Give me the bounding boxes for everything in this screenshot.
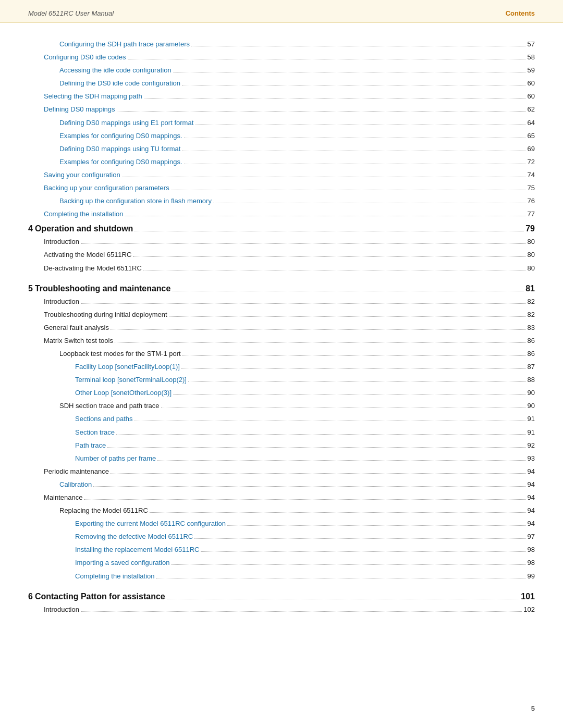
toc-dots bbox=[182, 151, 525, 151]
toc-page: 102 bbox=[523, 604, 535, 615]
toc-page: 69 bbox=[528, 143, 535, 155]
toc-link[interactable]: Path trace bbox=[75, 440, 106, 451]
toc-dots bbox=[122, 177, 526, 177]
toc-link[interactable]: Facility Loop [sonetFacilityLoop(1)] bbox=[75, 361, 180, 373]
toc-dots bbox=[194, 538, 525, 539]
toc-link[interactable]: Backing up your configuration parameters bbox=[44, 182, 169, 194]
toc-dots bbox=[125, 216, 525, 216]
chapter-page: 101 bbox=[521, 592, 535, 601]
toc-link[interactable]: Configuring the SDH path trace parameter… bbox=[59, 39, 190, 50]
toc-entry: Maintenance 94 bbox=[28, 492, 535, 503]
toc-dots bbox=[81, 611, 522, 612]
toc-text: Periodic maintenance bbox=[44, 466, 109, 477]
chapter-title: Contacting Patton for assistance bbox=[35, 592, 165, 601]
toc-link[interactable]: Number of paths per frame bbox=[75, 453, 156, 464]
toc-page: 65 bbox=[528, 130, 535, 142]
toc-entry: Examples for configuring DS0 mappings. 6… bbox=[28, 130, 535, 142]
toc-entry: Path trace 92 bbox=[28, 440, 535, 451]
toc-link[interactable]: Configuring DS0 idle codes bbox=[44, 52, 126, 63]
toc-text: Introduction bbox=[44, 236, 79, 248]
toc-entry: Sections and paths 91 bbox=[28, 413, 535, 425]
toc-link[interactable]: Section trace bbox=[75, 427, 115, 438]
toc-page: 97 bbox=[528, 531, 535, 542]
toc-dots bbox=[81, 303, 526, 304]
toc-entry: Examples for configuring DS0 mappings. 7… bbox=[28, 156, 535, 168]
toc-text: Replacing the Model 6511RC bbox=[59, 505, 148, 516]
toc-dots bbox=[227, 525, 525, 526]
toc-link[interactable]: Accessing the idle code configuration bbox=[59, 65, 172, 76]
toc-link[interactable]: Sections and paths bbox=[75, 413, 133, 425]
toc-entry: Completing the installation 77 bbox=[28, 208, 535, 220]
toc-entry: Saving your configuration 74 bbox=[28, 169, 535, 181]
toc-link[interactable]: Other Loop [sonetOtherLoop(3)] bbox=[75, 387, 172, 399]
toc-dots bbox=[133, 256, 525, 257]
chapter-title: Troubleshooting and maintenance bbox=[35, 284, 170, 293]
toc-text: General fault analysis bbox=[44, 322, 109, 334]
toc-page: 92 bbox=[528, 440, 535, 451]
toc-entry: Number of paths per frame 93 bbox=[28, 453, 535, 464]
toc-link[interactable]: Selecting the SDH mapping path bbox=[44, 91, 142, 102]
toc-dots bbox=[182, 355, 526, 356]
toc-entry: Defining the DS0 idle code configuration… bbox=[28, 78, 535, 89]
toc-initial-section: Configuring the SDH path trace parameter… bbox=[28, 39, 535, 220]
toc-link[interactable]: Installing the replacement Model 6511RC bbox=[75, 544, 199, 556]
toc-dots bbox=[173, 72, 526, 72]
chapter-num: 4 bbox=[28, 224, 33, 233]
toc-page: 90 bbox=[528, 387, 535, 399]
chapter-page: 79 bbox=[525, 224, 535, 233]
toc-page: 86 bbox=[528, 335, 535, 347]
toc-dots bbox=[182, 85, 526, 85]
toc-link[interactable]: Saving your configuration bbox=[44, 169, 120, 181]
toc-link[interactable]: Exporting the current Model 6511RC confi… bbox=[75, 518, 226, 529]
toc-page: 64 bbox=[528, 117, 535, 129]
toc-link[interactable]: Completing the installation bbox=[75, 571, 154, 582]
toc-page: 94 bbox=[528, 479, 535, 490]
page-footer: 5 bbox=[531, 705, 535, 712]
toc-dots bbox=[117, 111, 526, 112]
toc-dots bbox=[169, 316, 526, 317]
chapter-row: 6 Contacting Patton for assistance 101 bbox=[28, 592, 535, 601]
toc-dots bbox=[134, 421, 526, 421]
toc-entry: Defining DS0 mappings using E1 port form… bbox=[28, 117, 535, 129]
chapter-num: 6 bbox=[28, 592, 33, 601]
toc-entry: Calibration 94 bbox=[28, 479, 535, 490]
toc-link[interactable]: Examples for configuring DS0 mappings. bbox=[59, 156, 182, 168]
toc-link[interactable]: Defining DS0 mappings bbox=[44, 104, 115, 115]
toc-page: 82 bbox=[528, 296, 535, 307]
toc-entry: Backing up the configuration store in fl… bbox=[28, 195, 535, 207]
toc-link[interactable]: Defining DS0 mappings using E1 port form… bbox=[59, 117, 193, 129]
toc-page: 86 bbox=[528, 348, 535, 360]
toc-page: 60 bbox=[528, 91, 535, 102]
toc-text: Maintenance bbox=[44, 492, 82, 503]
toc-dots bbox=[191, 46, 526, 46]
toc-dots bbox=[188, 381, 526, 382]
toc-entry: Defining DS0 mappings using TU format 69 bbox=[28, 143, 535, 155]
toc-link[interactable]: Backing up the configuration store in fl… bbox=[59, 195, 212, 207]
toc-page: 93 bbox=[528, 453, 535, 464]
toc-link[interactable]: Removing the defective Model 6511RC bbox=[75, 531, 193, 542]
page: Model 6511RC User Manual Contents Config… bbox=[0, 0, 563, 728]
toc-dots bbox=[115, 342, 526, 343]
toc-dots bbox=[184, 138, 526, 138]
toc-link[interactable]: Calibration bbox=[59, 479, 92, 490]
toc-entry: Replacing the Model 6511RC 94 bbox=[28, 505, 535, 516]
toc-link[interactable]: Defining DS0 mappings using TU format bbox=[59, 143, 180, 155]
toc-entry: Periodic maintenance 94 bbox=[28, 466, 535, 477]
toc-text: SDH section trace and path trace bbox=[59, 400, 160, 412]
toc-page: 62 bbox=[528, 104, 535, 115]
toc-dots bbox=[111, 473, 526, 474]
toc-entry: Loopback test modes for the STM-1 port 8… bbox=[28, 348, 535, 360]
toc-link[interactable]: Terminal loop [sonetTerminalLoop(2)] bbox=[75, 374, 187, 386]
toc-link[interactable]: Importing a saved configuration bbox=[75, 557, 169, 569]
toc-link[interactable]: Defining the DS0 idle code configuration bbox=[59, 78, 180, 89]
toc-dots bbox=[81, 243, 526, 244]
toc-page: 94 bbox=[528, 518, 535, 529]
toc-page: 94 bbox=[528, 492, 535, 503]
toc-entry: Completing the installation 99 bbox=[28, 571, 535, 582]
toc-link[interactable]: Examples for configuring DS0 mappings. bbox=[59, 130, 182, 142]
page-number: 5 bbox=[531, 705, 535, 712]
toc-text: Troubleshooting during initial deploymen… bbox=[44, 309, 167, 320]
toc-page: 83 bbox=[528, 322, 535, 334]
toc-dots bbox=[156, 578, 525, 578]
toc-link[interactable]: Completing the installation bbox=[44, 208, 123, 220]
